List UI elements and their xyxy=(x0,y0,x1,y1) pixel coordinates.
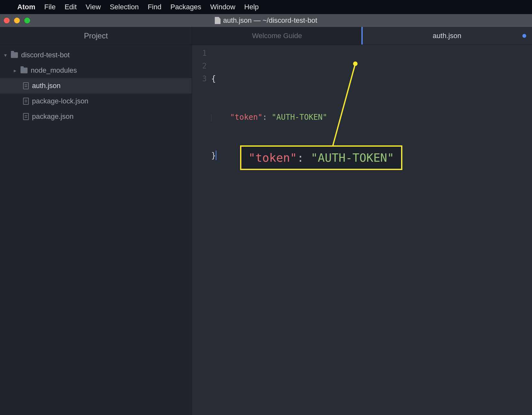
system-menubar[interactable]: Atom File Edit View Selection Find Packa… xyxy=(0,0,532,14)
tree-root-folder[interactable]: ▾ discord-test-bot xyxy=(0,47,192,63)
tab-welcome-guide[interactable]: Welcome Guide xyxy=(192,27,362,45)
tree-item-label: package-lock.json xyxy=(32,97,88,105)
workspace: Project ▾ discord-test-bot ▸ node_module… xyxy=(0,27,532,415)
file-tree: ▾ discord-test-bot ▸ node_modules auth.j… xyxy=(0,45,192,124)
file-icon xyxy=(23,98,29,105)
indent-space xyxy=(212,113,230,122)
tab-auth-json[interactable]: auth.json xyxy=(362,27,532,45)
tree-item-label: package.json xyxy=(32,112,74,121)
window-title: auth.json — ~/discord-test-bot xyxy=(0,16,532,25)
file-icon xyxy=(23,82,29,89)
json-value: "AUTH-TOKEN" xyxy=(272,113,327,122)
menubar-item-view[interactable]: View xyxy=(86,3,101,11)
chevron-down-icon[interactable]: ▾ xyxy=(3,52,8,58)
tree-item-label: node_modules xyxy=(31,66,77,75)
window-title-text: auth.json — ~/discord-test-bot xyxy=(223,16,317,25)
colon: : xyxy=(262,113,272,122)
text-editor[interactable]: 1 2 3 { "token": "AUTH-TOKEN" } xyxy=(192,45,532,415)
tree-file-package-lock[interactable]: package-lock.json xyxy=(0,94,192,109)
tab-label: auth.json xyxy=(433,32,461,40)
tree-file-package-json[interactable]: package.json xyxy=(0,109,192,124)
open-brace: { xyxy=(211,74,216,83)
text-cursor xyxy=(216,151,216,160)
sidebar-header: Project xyxy=(0,27,192,45)
folder-icon xyxy=(20,68,28,73)
tree-file-auth-json[interactable]: auth.json xyxy=(0,78,192,94)
project-sidebar: Project ▾ discord-test-bot ▸ node_module… xyxy=(0,27,192,415)
line-number: 3 xyxy=(192,72,207,85)
tree-root-label: discord-test-bot xyxy=(21,51,70,59)
code-content[interactable]: { "token": "AUTH-TOKEN" } xyxy=(211,45,532,415)
menubar-item-window[interactable]: Window xyxy=(210,3,235,11)
chevron-right-icon[interactable]: ▸ xyxy=(13,68,17,74)
editor-area: Welcome Guide auth.json 1 2 3 { "token":… xyxy=(192,27,532,415)
json-key: "token" xyxy=(230,113,262,122)
file-icon xyxy=(215,17,221,24)
menubar-item-packages[interactable]: Packages xyxy=(170,3,201,11)
tree-folder-node-modules[interactable]: ▸ node_modules xyxy=(0,63,192,78)
file-icon xyxy=(23,113,29,120)
menubar-item-selection[interactable]: Selection xyxy=(110,3,139,11)
tree-item-label: auth.json xyxy=(32,82,60,90)
tab-bar: Welcome Guide auth.json xyxy=(192,27,532,45)
menubar-item-find[interactable]: Find xyxy=(148,3,161,11)
window-titlebar[interactable]: auth.json — ~/discord-test-bot xyxy=(0,14,532,27)
line-number: 1 xyxy=(192,47,207,60)
dirty-indicator-icon xyxy=(522,34,526,38)
close-brace: } xyxy=(211,151,216,160)
tab-label: Welcome Guide xyxy=(252,32,302,40)
menubar-item-help[interactable]: Help xyxy=(244,3,259,11)
folder-icon xyxy=(11,52,18,58)
line-number: 2 xyxy=(192,60,207,72)
menubar-app-name[interactable]: Atom xyxy=(17,3,35,11)
line-number-gutter: 1 2 3 xyxy=(192,45,211,415)
menubar-item-edit[interactable]: Edit xyxy=(65,3,77,11)
menubar-item-file[interactable]: File xyxy=(44,3,55,11)
